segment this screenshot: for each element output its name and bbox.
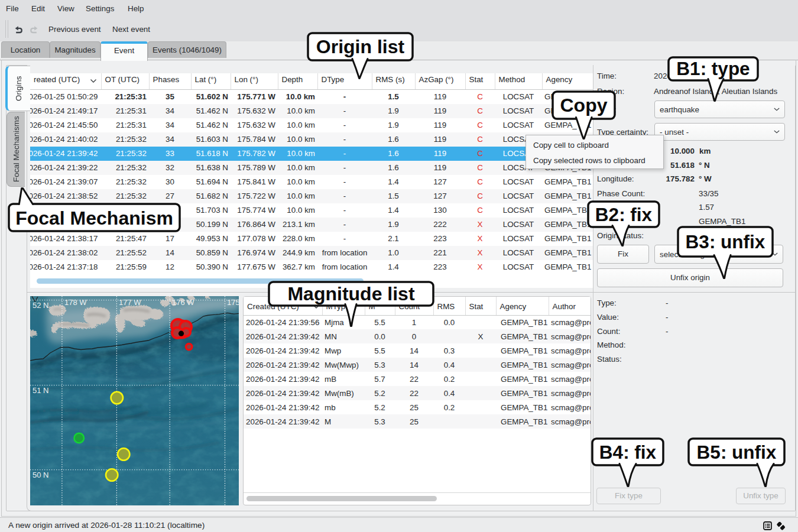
svg-text:B4: fix: B4: fix	[599, 442, 657, 463]
svg-text:B5: unfix: B5: unfix	[697, 442, 777, 463]
svg-text:B3: unfix: B3: unfix	[686, 231, 765, 252]
svg-text:B2: fix: B2: fix	[595, 204, 653, 225]
svg-text:Copy: Copy	[560, 95, 608, 116]
svg-text:Focal Mechanism: Focal Mechanism	[15, 207, 173, 229]
svg-text:177 W: 177 W	[119, 298, 141, 307]
svg-text:Magnitude list: Magnitude list	[287, 283, 414, 304]
svg-text:Origin list: Origin list	[316, 36, 405, 57]
svg-text:50 N: 50 N	[33, 471, 48, 479]
svg-text:175: 175	[227, 298, 239, 307]
svg-text:176 W: 176 W	[172, 298, 194, 307]
svg-text:51 N: 51 N	[33, 386, 48, 395]
svg-text:52 N: 52 N	[33, 301, 48, 310]
svg-text:178 W: 178 W	[64, 298, 87, 307]
svg-text:B1: type: B1: type	[676, 58, 750, 79]
